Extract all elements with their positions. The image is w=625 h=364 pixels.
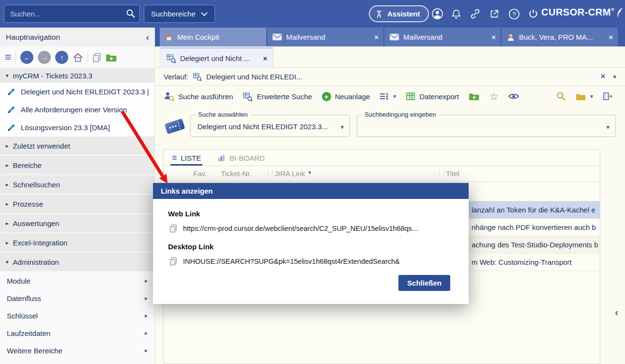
quill-icon xyxy=(616,7,624,18)
row-title: nhänge nach PDF konvertieren auch b xyxy=(472,223,596,231)
nav-title: Hauptnavigation xyxy=(6,33,60,42)
group-label: Auswertungen xyxy=(13,219,60,228)
copy-icon[interactable] xyxy=(169,257,177,266)
sidebar-item-weitere-bereiche[interactable]: Weitere Bereiche ▸ xyxy=(0,342,154,359)
drag-handle-icon[interactable]: ⋮⋮ xyxy=(265,169,274,176)
sidebar-group-excel-integration[interactable]: ▸ Excel-Integration xyxy=(0,233,154,253)
sub-tab-strip: Delegiert und Nicht ... × xyxy=(155,46,625,68)
home-button[interactable] xyxy=(73,53,83,62)
user-account-icon[interactable] xyxy=(431,7,444,20)
notifications-bell-icon[interactable] xyxy=(450,7,463,20)
button-label: Datenexport xyxy=(419,92,459,101)
view-options-button[interactable]: ▾ xyxy=(380,92,396,100)
search-condition-dropdown[interactable]: Suchbedingung eingeben ▾ xyxy=(357,115,616,137)
column-ticket-nr[interactable]: Ticket-Nr. xyxy=(221,169,252,178)
sidebar-group-schnellsuchen[interactable]: ▸ Schnellsuchen xyxy=(0,175,154,195)
sidebar-item-schluessel[interactable]: Schlüssel ▸ xyxy=(0,307,154,324)
sidebar-group-mycrm[interactable]: ▾ myCRM - Tickets 2023.3 xyxy=(0,68,154,83)
history-dropdown-icon[interactable]: ▾ xyxy=(613,73,616,80)
tab-liste[interactable]: ≡ LISTE xyxy=(170,151,202,166)
sidebar-group-prozesse[interactable]: ▸ Prozesse xyxy=(0,195,154,214)
drag-handle-icon[interactable]: ⋮⋮ xyxy=(437,169,445,176)
open-external-icon[interactable] xyxy=(488,7,501,20)
sidebar-toolbar: ≡ ← → ↑ xyxy=(0,46,154,68)
sidebar-item-delegiert[interactable]: Delegiert und Nicht ERLEDIGT 2023.3 | xyxy=(0,83,154,101)
column-titel[interactable]: Titel xyxy=(446,169,459,178)
search-input[interactable] xyxy=(4,5,140,23)
sidebar-item-alle-anforderungen[interactable]: Alle Anforderungen einer Version xyxy=(0,101,154,119)
verlauf-bar: Verlauf: Delegiert und Nicht ERLEDI... ×… xyxy=(155,68,625,86)
tab-mailversand-2[interactable]: Mailversand × xyxy=(384,28,501,46)
extended-search-button[interactable]: Erweiterte Suche xyxy=(243,91,312,102)
close-icon[interactable]: × xyxy=(489,33,496,41)
sidebar-group-bereiche[interactable]: ▸ Bereiche xyxy=(0,156,154,175)
button-label: Suche ausführen xyxy=(178,92,233,101)
tab-bi-board[interactable]: BI-BOARD xyxy=(216,151,266,166)
menu-icon[interactable]: ≡ xyxy=(5,52,11,63)
copy-button[interactable] xyxy=(92,53,101,62)
close-icon[interactable]: × xyxy=(261,54,267,62)
favorite-star-button[interactable]: ☆ xyxy=(489,91,499,102)
item-label: Datenfluss xyxy=(7,294,41,303)
column-jira-link[interactable]: JIRA Link xyxy=(274,169,305,178)
collapse-right-panel-icon[interactable]: ‹ xyxy=(615,306,618,318)
chevron-down-icon[interactable]: ▾ xyxy=(606,123,610,131)
folder-dropdown-button[interactable]: ▾ xyxy=(576,92,593,101)
chevron-down-icon[interactable]: ▾ xyxy=(340,123,344,131)
mail-icon xyxy=(389,33,399,41)
forward-button[interactable]: → xyxy=(38,51,51,64)
schliessen-button[interactable]: Schließen xyxy=(398,275,450,291)
sidebar-item-laufzeitdaten[interactable]: Laufzeitdaten ▸ xyxy=(0,324,154,342)
brand-registered-mark: ® xyxy=(611,7,614,12)
search-icon[interactable] xyxy=(126,9,136,18)
button-label: Erweiterte Suche xyxy=(257,92,312,101)
datenexport-button[interactable]: Datenexport xyxy=(406,91,459,101)
neuanlage-button[interactable]: + Neuanlage xyxy=(322,92,370,101)
item-label: Lösungsversion 23.3 [DMA] xyxy=(21,123,110,132)
chevron-right-icon: ▸ xyxy=(6,143,9,149)
dialog-title: Links anzeigen xyxy=(161,187,213,195)
add-to-folder-button[interactable] xyxy=(469,92,480,101)
subtab-delegiert[interactable]: Delegiert und Nicht ... × xyxy=(160,47,274,68)
column-filter-icon[interactable]: ▾ xyxy=(308,169,311,176)
column-fav[interactable]: Fav. xyxy=(193,169,207,178)
assistant-tower-icon xyxy=(375,9,383,19)
run-search-button[interactable]: Suche ausführen xyxy=(164,91,233,102)
tab-mailversand-1[interactable]: Mailversand × xyxy=(267,28,383,46)
export-record-button[interactable] xyxy=(603,92,613,101)
group-label: Excel-Integration xyxy=(13,239,68,247)
sidebar-group-zuletzt-verwendet[interactable]: ▸ Zuletzt verwendet xyxy=(0,136,154,156)
brand-text: CURSOR-CRM xyxy=(541,7,611,18)
logout-power-icon[interactable] xyxy=(527,7,540,20)
tab-mein-cockpit[interactable]: Mein Cockpit xyxy=(160,28,266,46)
copy-icon[interactable] xyxy=(169,224,177,233)
quick-search-button[interactable] xyxy=(556,91,566,101)
collapse-sidebar-icon[interactable]: ‹ xyxy=(146,32,149,43)
verlauf-value[interactable]: Delegiert und Nicht ERLEDI... xyxy=(206,73,302,81)
link-icon[interactable] xyxy=(469,7,482,20)
sidebar-item-module[interactable]: Module ▸ xyxy=(0,272,154,289)
sidebar-group-auswertungen[interactable]: ▸ Auswertungen xyxy=(0,214,154,233)
sidebar-item-datenfluss[interactable]: Datenfluss ▸ xyxy=(0,289,154,307)
dialog-body: Web Link https://crm-prod.cursor.de/webc… xyxy=(153,199,469,304)
close-icon[interactable]: × xyxy=(607,33,613,41)
sidebar-group-administration[interactable]: ▾ Administration xyxy=(0,253,154,272)
tab-buck-vera[interactable]: Buck, Vera, PRO MA... × xyxy=(502,28,618,46)
sidebar-item-loesungsversion[interactable]: Lösungsversion 23.3 [DMA] xyxy=(0,119,154,136)
clear-history-icon[interactable]: × xyxy=(601,72,606,81)
search-select-dropdown[interactable]: Suche auswählen Delegiert und Nicht ERLE… xyxy=(190,115,350,137)
assistent-button[interactable]: Assistent xyxy=(369,5,429,22)
suchbereiche-dropdown[interactable]: Suchbereiche xyxy=(144,5,215,23)
watch-eye-button[interactable] xyxy=(508,93,519,100)
close-icon[interactable]: × xyxy=(372,33,379,41)
up-button[interactable]: ↑ xyxy=(55,51,68,64)
back-button[interactable]: ← xyxy=(20,51,33,64)
verlauf-label: Verlauf: xyxy=(164,73,188,81)
nav-panel-header: Hauptnavigation ‹ xyxy=(0,28,155,46)
help-icon[interactable]: ? xyxy=(507,7,520,20)
plus-icon: + xyxy=(322,92,331,101)
search-shortcut-icon xyxy=(6,87,16,97)
chevron-right-icon: ▸ xyxy=(145,277,148,284)
new-folder-button[interactable] xyxy=(106,53,117,62)
chevron-right-icon: ▸ xyxy=(145,312,148,319)
